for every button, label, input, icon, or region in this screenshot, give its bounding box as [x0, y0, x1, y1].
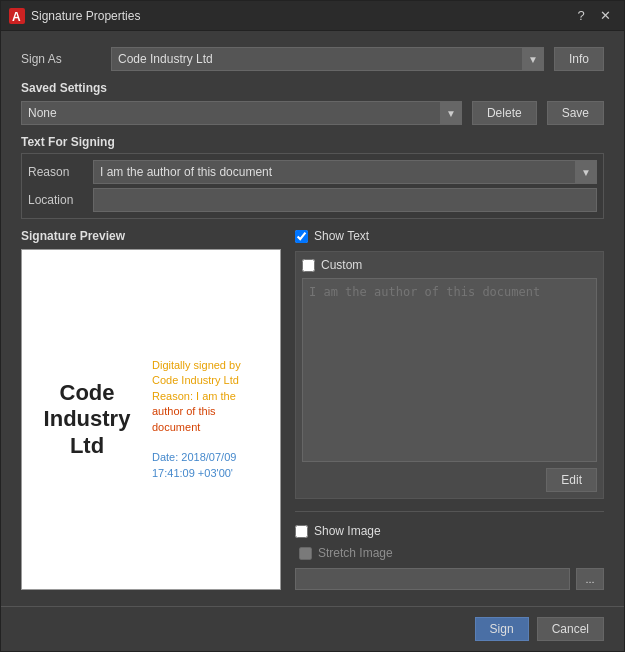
svg-text:A: A — [12, 10, 21, 24]
location-row: Location — [28, 188, 597, 212]
saved-settings-label: Saved Settings — [21, 81, 604, 95]
sign-as-label: Sign As — [21, 52, 101, 66]
saved-settings-section: Saved Settings None ▼ Delete Save — [21, 81, 604, 125]
saved-settings-row: None ▼ Delete Save — [21, 101, 604, 125]
show-text-checkbox[interactable] — [295, 230, 308, 243]
save-button[interactable]: Save — [547, 101, 604, 125]
right-panel: Show Text Custom Edit — [295, 229, 604, 590]
main-area: Signature Preview Code Industry Ltd Digi… — [21, 229, 604, 590]
signature-preview-panel: Signature Preview Code Industry Ltd Digi… — [21, 229, 281, 590]
edit-btn-row: Edit — [302, 468, 597, 492]
dialog-content: Sign As Code Industry Ltd ▼ Info Saved S… — [1, 31, 624, 606]
browse-button[interactable]: ... — [576, 568, 604, 590]
custom-checkbox[interactable] — [302, 259, 315, 272]
sign-button[interactable]: Sign — [475, 617, 529, 641]
preview-name-text: Code Industry Ltd — [32, 380, 142, 459]
stretch-image-checkbox[interactable] — [299, 547, 312, 560]
show-image-checkbox[interactable] — [295, 525, 308, 538]
dialog-title: Signature Properties — [31, 9, 568, 23]
show-image-row: Show Image — [295, 524, 604, 538]
help-button[interactable]: ? — [570, 5, 592, 27]
info-button[interactable]: Info — [554, 47, 604, 71]
saved-settings-select[interactable]: None — [21, 101, 462, 125]
reason-select-wrap: I am the author of this document ▼ — [93, 160, 597, 184]
section-divider — [295, 511, 604, 512]
reason-select[interactable]: I am the author of this document — [93, 160, 597, 184]
reason-row: Reason I am the author of this document … — [28, 160, 597, 184]
show-image-label: Show Image — [314, 524, 381, 538]
text-area-section: Custom Edit — [295, 251, 604, 499]
preview-details-block: Digitally signed by Code Industry Ltd Re… — [152, 358, 270, 481]
show-text-label: Show Text — [314, 229, 369, 243]
sign-as-select-wrap: Code Industry Ltd ▼ — [111, 47, 544, 71]
image-picker-row: ... — [295, 568, 604, 590]
custom-label: Custom — [321, 258, 362, 272]
signature-preview-label: Signature Preview — [21, 229, 281, 243]
saved-settings-select-wrap: None ▼ — [21, 101, 462, 125]
edit-button[interactable]: Edit — [546, 468, 597, 492]
signature-preview-box: Code Industry Ltd Digitally signed by Co… — [21, 249, 281, 590]
image-path-input[interactable] — [295, 568, 570, 590]
cancel-button[interactable]: Cancel — [537, 617, 604, 641]
app-icon: A — [9, 8, 25, 24]
titlebar: A Signature Properties ? ✕ — [1, 1, 624, 31]
stretch-image-row: Stretch Image — [299, 546, 604, 560]
location-input[interactable] — [93, 188, 597, 212]
custom-row: Custom — [302, 258, 597, 272]
preview-digitally-signed: Digitally signed by Code Industry Ltd Re… — [152, 358, 270, 481]
delete-button[interactable]: Delete — [472, 101, 537, 125]
reason-label: Reason — [28, 165, 83, 179]
stretch-image-label: Stretch Image — [318, 546, 393, 560]
close-button[interactable]: ✕ — [594, 5, 616, 27]
location-label: Location — [28, 193, 83, 207]
footer: Sign Cancel — [1, 606, 624, 651]
dialog-signature-properties: A Signature Properties ? ✕ Sign As Code … — [0, 0, 625, 652]
custom-text-area[interactable] — [302, 278, 597, 462]
sign-as-row: Sign As Code Industry Ltd ▼ Info — [21, 47, 604, 71]
text-for-signing-section: Text For Signing Reason I am the author … — [21, 135, 604, 219]
show-text-row: Show Text — [295, 229, 604, 243]
preview-name-block: Code Industry Ltd — [32, 380, 142, 459]
sign-as-select[interactable]: Code Industry Ltd — [111, 47, 544, 71]
text-for-signing-label: Text For Signing — [21, 135, 604, 149]
